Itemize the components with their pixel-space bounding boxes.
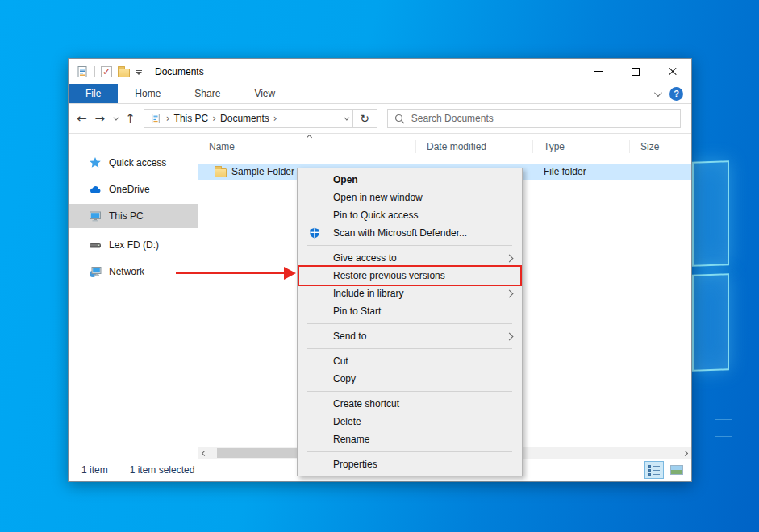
drive-icon [89, 239, 102, 251]
folder-icon [215, 168, 227, 177]
new-folder-icon[interactable] [118, 69, 130, 77]
annotation-arrow-head [284, 267, 296, 280]
menu-separator [307, 348, 512, 349]
network-icon [89, 265, 102, 278]
folder-location-icon [150, 113, 161, 124]
menu-item-delete[interactable]: Delete [299, 413, 520, 430]
recent-locations-chevron-icon[interactable] [114, 114, 119, 120]
cloud-icon [89, 183, 102, 196]
sidebar-item-this-pc[interactable]: This PC [69, 204, 198, 228]
address-bar[interactable]: › This PC › Documents › [144, 109, 353, 128]
breadcrumb-this-pc[interactable]: This PC [174, 113, 209, 124]
wallpaper-window-logo-pane-top [692, 160, 729, 267]
refresh-button[interactable]: ↻ [353, 109, 377, 128]
help-button[interactable]: ? [669, 87, 683, 101]
column-header-size[interactable]: Size [630, 140, 682, 153]
file-type: File folder [533, 166, 630, 177]
menu-item-send-to[interactable]: Send to [299, 327, 520, 345]
status-divider [119, 463, 119, 476]
menu-item-copy[interactable]: Copy [299, 370, 520, 388]
scroll-left-arrow-icon[interactable] [198, 447, 211, 459]
navigation-bar: ← → ↑ › This PC › Documents › ↻ [69, 104, 691, 134]
tab-share[interactable]: Share [177, 84, 237, 103]
quick-access-toolbar: ✓ [69, 65, 148, 78]
menu-item-rename[interactable]: Rename [299, 430, 520, 448]
search-box[interactable] [387, 109, 681, 128]
sidebar-item-label: Quick access [109, 157, 166, 168]
submenu-chevron-icon [506, 332, 514, 340]
title-bar: ✓ Documents [69, 59, 691, 84]
sidebar-item-onedrive[interactable]: OneDrive [69, 177, 198, 202]
minimize-icon [594, 71, 603, 72]
close-button[interactable] [654, 59, 691, 84]
wallpaper-window-logo-pane-bottom [692, 273, 729, 372]
menu-item-properties[interactable]: Properties [299, 455, 520, 473]
submenu-chevron-icon [506, 289, 514, 297]
defender-shield-icon [309, 227, 320, 239]
details-view-button[interactable] [644, 461, 664, 479]
breadcrumb-chevron-icon: › [166, 113, 170, 124]
ribbon-tabs: File Home Share View ? [69, 84, 691, 104]
scroll-right-arrow-icon[interactable] [679, 447, 691, 459]
menu-item-give-access-to[interactable]: Give access to [299, 249, 520, 267]
search-icon [394, 114, 405, 124]
up-button[interactable]: ↑ [125, 113, 136, 125]
menu-item-cut[interactable]: Cut [299, 352, 520, 370]
menu-separator [307, 323, 512, 324]
column-header-type[interactable]: Type [533, 140, 630, 153]
toolbar-divider [148, 66, 148, 77]
sidebar-item-label: Lex FD (D:) [109, 239, 159, 251]
menu-separator [307, 391, 512, 392]
menu-item-open[interactable]: Open [299, 171, 520, 189]
sidebar-item-label: Network [109, 266, 144, 277]
toolbar-divider [94, 66, 95, 77]
context-menu: Open Open in new window Pin to Quick acc… [297, 168, 523, 476]
menu-item-open-in-new-window[interactable]: Open in new window [299, 189, 520, 206]
maximize-button[interactable] [617, 59, 654, 84]
menu-item-pin-to-start[interactable]: Pin to Start [299, 302, 520, 320]
customize-toolbar-dropdown-icon[interactable] [136, 68, 142, 75]
menu-item-include-in-library[interactable]: Include in library [299, 285, 520, 302]
selection-count: 1 item selected [130, 464, 195, 476]
menu-separator [307, 245, 512, 246]
sidebar-item-label: This PC [109, 210, 144, 222]
menu-item-create-shortcut[interactable]: Create shortcut [299, 395, 520, 413]
minimize-button[interactable] [580, 59, 617, 84]
item-count: 1 item [81, 464, 108, 476]
file-name: Sample Folder [231, 166, 294, 177]
menu-item-pin-to-quick-access[interactable]: Pin to Quick access [299, 206, 520, 224]
tab-file[interactable]: File [69, 84, 118, 103]
wallpaper-small-square [715, 419, 732, 437]
breadcrumb-chevron-icon: › [212, 113, 216, 124]
thumbnails-view-icon [670, 465, 683, 475]
sidebar-item-lex-fd[interactable]: Lex FD (D:) [69, 233, 198, 257]
details-view-icon [648, 465, 660, 476]
thumbnails-view-button[interactable] [667, 461, 686, 479]
breadcrumb-documents[interactable]: Documents [220, 113, 269, 124]
breadcrumb-chevron-icon: › [273, 113, 277, 124]
sidebar-item-label: OneDrive [109, 184, 150, 195]
expand-ribbon-chevron-icon[interactable] [654, 89, 662, 97]
close-icon [668, 67, 678, 77]
forward-button[interactable]: → [95, 113, 106, 125]
maximize-icon [632, 68, 640, 76]
desktop: ✓ Documents File Home Share View ? [0, 0, 759, 532]
sidebar-item-quick-access[interactable]: Quick access [69, 151, 198, 175]
star-icon [89, 156, 102, 169]
menu-separator [307, 451, 512, 452]
checkmark-icon[interactable]: ✓ [101, 66, 112, 77]
search-input[interactable] [411, 113, 674, 124]
tab-home[interactable]: Home [118, 84, 177, 103]
back-button[interactable]: ← [77, 113, 87, 125]
annotation-arrow [176, 272, 286, 274]
tab-view[interactable]: View [237, 84, 292, 103]
menu-item-scan-with-defender[interactable]: Scan with Microsoft Defender... [299, 224, 520, 242]
column-header-name[interactable]: Name [198, 140, 416, 153]
column-header-date-modified[interactable]: Date modified [416, 140, 533, 153]
window-controls [580, 59, 691, 84]
column-headers: Name Date modified Type Size [198, 135, 691, 159]
sort-ascending-icon [307, 135, 312, 140]
address-dropdown-chevron-icon[interactable] [344, 114, 349, 120]
menu-item-restore-previous-versions[interactable]: Restore previous versions [299, 267, 520, 285]
file-explorer-icon [76, 65, 89, 78]
